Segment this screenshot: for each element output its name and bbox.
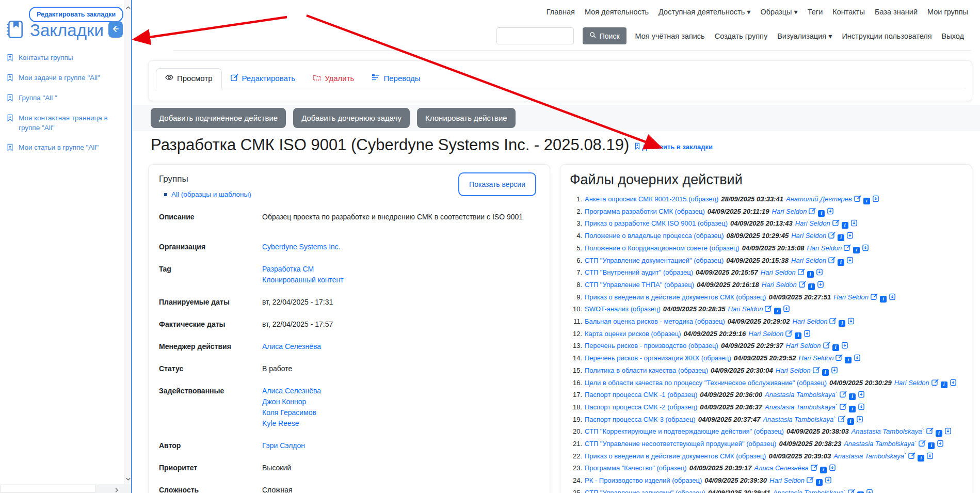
download-icon[interactable] <box>889 293 896 304</box>
edit-icon[interactable] <box>908 452 915 463</box>
edit-icon[interactable] <box>854 195 861 206</box>
vertical-scrollbar[interactable] <box>124 0 132 484</box>
info-icon[interactable] <box>816 479 823 486</box>
download-icon[interactable] <box>858 390 865 402</box>
download-icon[interactable] <box>804 329 811 341</box>
file-user-link[interactable]: Hari Seldon <box>894 379 929 387</box>
download-icon[interactable] <box>825 476 832 487</box>
download-icon[interactable] <box>841 341 848 353</box>
field-value[interactable]: Клонированный контент <box>262 275 344 285</box>
info-icon[interactable] <box>849 393 856 400</box>
download-icon[interactable] <box>944 427 952 438</box>
scroll-right-icon[interactable] <box>115 486 119 493</box>
file-link[interactable]: СТП "Внутренний аудит" (образец) <box>585 268 693 276</box>
edit-icon[interactable] <box>765 305 772 316</box>
download-icon[interactable] <box>858 403 865 414</box>
tab-translations[interactable]: Переводы <box>363 68 429 88</box>
info-icon[interactable] <box>838 259 844 266</box>
download-icon[interactable] <box>856 415 863 426</box>
field-value[interactable]: Коля Герасимов <box>262 407 321 418</box>
file-user-link[interactable]: Алиса Селезнёва <box>754 464 808 472</box>
file-link[interactable]: Карта оценки рисков (образец) <box>585 330 681 338</box>
download-icon[interactable] <box>937 439 944 451</box>
edit-icon[interactable] <box>840 403 847 414</box>
download-icon[interactable] <box>846 231 854 243</box>
nav-item[interactable]: Теги <box>808 8 823 16</box>
tab-delete[interactable]: Удалить <box>304 68 363 88</box>
file-user-link[interactable]: Anastasia Tambolskaya` <box>833 452 906 460</box>
file-user-link[interactable]: Hari Seldon <box>833 293 869 301</box>
info-icon[interactable] <box>849 406 856 412</box>
bookmark-item[interactable]: ★ Мои задачи в группе "All" <box>6 73 118 84</box>
info-icon[interactable] <box>822 369 829 376</box>
download-icon[interactable] <box>850 219 858 230</box>
edit-icon[interactable] <box>813 366 820 377</box>
bookmark-item[interactable]: ★ Контакты группы <box>6 53 118 63</box>
file-link[interactable]: Паспорт процесса СМК-3 (образец) <box>585 416 696 423</box>
bookmark-item[interactable]: ★ Группа "All " <box>6 93 118 104</box>
info-icon[interactable] <box>795 332 801 339</box>
nav-item[interactable]: Моя деятельность <box>585 8 649 16</box>
bookmark-item[interactable]: ★ Моя контактная транница в группе "All" <box>6 114 118 133</box>
edit-icon[interactable] <box>785 329 793 341</box>
download-icon[interactable] <box>829 464 836 475</box>
bookmark-item[interactable]: ★ Мои статьи в группе "All" <box>6 143 118 153</box>
file-link[interactable]: Перечень рисков - производство (образец) <box>585 342 718 349</box>
action-button[interactable]: Добавить дочернюю задачу <box>293 108 410 128</box>
file-user-link[interactable]: Hari Seldon <box>807 244 842 252</box>
edit-icon[interactable] <box>848 488 855 493</box>
info-icon[interactable] <box>847 418 854 425</box>
download-icon[interactable] <box>872 195 879 206</box>
file-link[interactable]: SWOT-анализ (образец) <box>585 305 661 313</box>
file-link[interactable]: СТП "Управление документацией" (образец) <box>585 257 724 264</box>
file-link[interactable]: Положение о владельце процесса (образец) <box>585 232 724 240</box>
download-icon[interactable] <box>827 207 834 218</box>
file-user-link[interactable]: Hari Seldon <box>728 305 763 313</box>
nav-item[interactable]: Образцы ▾ <box>761 8 798 16</box>
file-user-link[interactable]: Hari Seldon <box>799 354 834 362</box>
file-user-link[interactable]: Anastasia Tambolskaya` <box>765 391 838 399</box>
file-user-link[interactable]: Hari Seldon <box>791 232 826 240</box>
file-link[interactable]: Приказ о разработке СМК ISO 9001 (образе… <box>585 219 728 227</box>
edit-icon[interactable] <box>844 244 851 255</box>
file-link[interactable]: Перечень рисков - организация ЖКХ (образ… <box>585 354 731 362</box>
field-value[interactable]: Гэри Сэлдон <box>262 440 305 451</box>
download-icon[interactable] <box>926 452 934 463</box>
scrollbar-thumb[interactable] <box>0 485 96 492</box>
nav-item[interactable]: Контакты <box>832 8 865 16</box>
search-button[interactable]: Поиск <box>583 27 626 44</box>
file-user-link[interactable]: Anastasia Tambolskaya` <box>773 489 846 493</box>
field-value[interactable]: Cyberdyne Systems Inc. <box>262 242 341 252</box>
file-user-link[interactable]: Hari Seldon <box>761 268 796 276</box>
info-icon[interactable] <box>880 296 887 303</box>
file-link[interactable]: Цели в области качества по процессу "Тех… <box>585 379 827 387</box>
show-versions-button[interactable]: Показать версии <box>458 172 536 196</box>
edit-icon[interactable] <box>799 280 806 292</box>
download-icon[interactable] <box>846 256 854 267</box>
field-value[interactable]: Разработка СМ <box>262 264 344 275</box>
info-icon[interactable] <box>936 430 942 437</box>
file-user-link[interactable]: Hari Seldon <box>769 476 805 484</box>
edit-icon[interactable] <box>926 427 934 438</box>
download-icon[interactable] <box>950 378 957 390</box>
file-link[interactable]: Паспорт процесса СМК -2 (образец) <box>585 403 697 411</box>
nav-item[interactable]: Главная <box>547 8 575 16</box>
info-icon[interactable] <box>838 234 844 241</box>
tab-view[interactable]: Просмотр <box>156 68 222 88</box>
file-link[interactable]: Приказ о введении в действие документов … <box>585 293 766 301</box>
search-input[interactable] <box>496 27 574 44</box>
file-user-link[interactable]: Anastasia Tambolskaya` <box>765 403 838 411</box>
info-icon[interactable] <box>842 222 848 229</box>
account-nav-item[interactable]: Выход <box>942 32 964 40</box>
file-link[interactable]: СТП "Управление ТНПА" (образец) <box>585 281 694 289</box>
info-icon[interactable] <box>918 455 924 462</box>
nav-item[interactable]: База знаний <box>875 8 918 16</box>
edit-icon[interactable] <box>811 464 818 475</box>
file-link[interactable]: Программа "Качество" (образец) <box>585 464 687 472</box>
edit-icon[interactable] <box>836 354 843 365</box>
file-link[interactable]: СТП "Управление несоответствующей продук… <box>585 440 776 448</box>
field-value[interactable]: Алиса Селезнёва <box>262 386 321 396</box>
file-user-link[interactable]: Hari Seldon <box>772 208 807 215</box>
file-link[interactable]: Приказ о введении в действие документов … <box>585 452 766 460</box>
info-icon[interactable] <box>832 344 839 351</box>
